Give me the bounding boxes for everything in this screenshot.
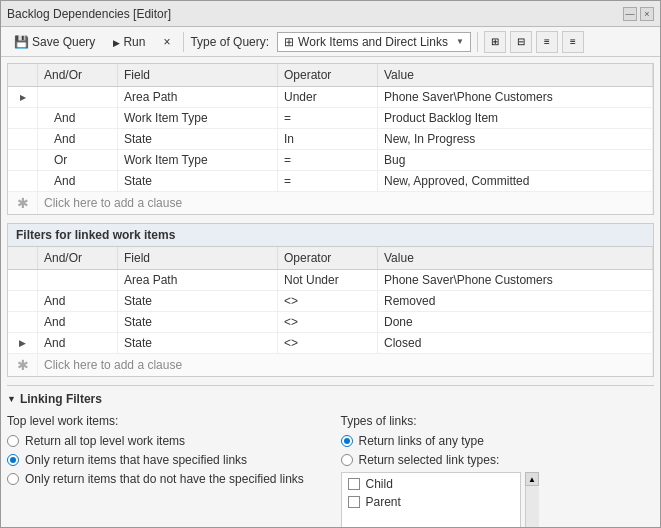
filters-grid-header: And/Or Field Operator Value — [8, 247, 653, 270]
row-value: Product Backlog Item — [378, 108, 653, 128]
link-type-label-2: Return selected link types: — [359, 453, 500, 467]
run-icon — [113, 35, 120, 49]
run-button[interactable]: Run — [106, 32, 152, 52]
row-value: Done — [378, 312, 653, 332]
scroll-up-button[interactable]: ▲ — [525, 472, 539, 486]
col-operator: Operator — [278, 247, 378, 269]
row-value: New, Approved, Committed — [378, 171, 653, 191]
radio-circle-1[interactable] — [7, 435, 19, 447]
row-value: New, In Progress — [378, 129, 653, 149]
filters-add-clause-label[interactable]: Click here to add a clause — [38, 354, 653, 376]
row-operator: In — [278, 129, 378, 149]
close-button[interactable]: × — [640, 7, 654, 21]
col-andor: And/Or — [38, 247, 118, 269]
row-value: Phone Saver\Phone Customers — [378, 87, 653, 107]
row-field: State — [118, 333, 278, 353]
col-field: Field — [118, 247, 278, 269]
row-andor: And — [38, 312, 118, 332]
top-query-grid: And/Or Field Operator Value ▶ Area Path … — [7, 63, 654, 215]
row-value: Closed — [378, 333, 653, 353]
add-clause-label[interactable]: Click here to add a clause — [38, 192, 653, 214]
row-icon: ▶ — [8, 87, 38, 107]
col-value: Value — [378, 247, 653, 269]
link-type-radio-circle-2[interactable] — [341, 454, 353, 466]
row-operator: = — [278, 108, 378, 128]
row-operator: <> — [278, 291, 378, 311]
table-row[interactable]: And State <> Removed — [8, 291, 653, 312]
radio-circle-3[interactable] — [7, 473, 19, 485]
list-item[interactable]: Parent — [344, 493, 518, 511]
table-row[interactable]: Area Path Not Under Phone Saver\Phone Cu… — [8, 270, 653, 291]
save-query-button[interactable]: 💾 Save Query — [7, 32, 102, 52]
top-level-col: Top level work items: Return all top lev… — [7, 414, 321, 527]
row-field: State — [118, 129, 278, 149]
row-icon — [8, 108, 38, 128]
collapse-icon[interactable]: ▼ — [7, 394, 16, 404]
linking-title-text: Linking Filters — [20, 392, 102, 406]
col-field: Field — [118, 64, 278, 86]
row-value: Bug — [378, 150, 653, 170]
col-icon — [8, 247, 38, 269]
table-row[interactable]: And State In New, In Progress — [8, 129, 653, 150]
row-andor: Or — [38, 150, 118, 170]
list-item[interactable]: Child — [344, 475, 518, 493]
radio-item-2[interactable]: Only return items that have specified li… — [7, 453, 321, 467]
table-row[interactable]: ▶ And State <> Closed — [8, 333, 653, 354]
radio-label-3: Only return items that do not have the s… — [25, 472, 304, 486]
radio-item-3[interactable]: Only return items that do not have the s… — [7, 472, 321, 486]
row-value: Phone Saver\Phone Customers — [378, 270, 653, 290]
add-clause-star: ✱ — [8, 354, 38, 376]
row-andor: And — [38, 129, 118, 149]
separator-1 — [183, 32, 184, 52]
table-row[interactable]: ▶ Area Path Under Phone Saver\Phone Cust… — [8, 87, 653, 108]
link-type-radio-1[interactable]: Return links of any type — [341, 434, 655, 448]
row-icon — [8, 312, 38, 332]
radio-circle-2[interactable] — [7, 454, 19, 466]
row-andor: And — [38, 333, 118, 353]
toolbar-icon-2[interactable]: ⊟ — [510, 31, 532, 53]
row-operator: <> — [278, 333, 378, 353]
row-icon — [8, 270, 38, 290]
child-label: Child — [366, 477, 393, 491]
icon1: ⊞ — [491, 36, 499, 47]
run-label: Run — [123, 35, 145, 49]
dropdown-arrow-icon: ▼ — [456, 37, 464, 46]
parent-checkbox[interactable] — [348, 496, 360, 508]
save-label: Save Query — [32, 35, 95, 49]
radio-item-1[interactable]: Return all top level work items — [7, 434, 321, 448]
col-icon — [8, 64, 38, 86]
restore-button[interactable]: — — [623, 7, 637, 21]
radio-label-1: Return all top level work items — [25, 434, 185, 448]
toolbar-icon-3[interactable]: ≡ — [536, 31, 558, 53]
toolbar-icon-1[interactable]: ⊞ — [484, 31, 506, 53]
table-row[interactable]: And State <> Done — [8, 312, 653, 333]
row-operator: Not Under — [278, 270, 378, 290]
query-type-dropdown[interactable]: ⊞ Work Items and Direct Links ▼ — [277, 32, 471, 52]
toolbar-icon-4[interactable]: ≡ — [562, 31, 584, 53]
link-types-listbox[interactable]: Child Parent — [341, 472, 521, 527]
icon2: ⊟ — [517, 36, 525, 47]
query-type-icon: ⊞ — [284, 35, 294, 49]
toolbar: 💾 Save Query Run × Type of Query: ⊞ Work… — [1, 27, 660, 57]
row-icon: ▶ — [8, 333, 38, 353]
save-icon: 💾 — [14, 35, 29, 49]
child-checkbox[interactable] — [348, 478, 360, 490]
query-type-value: Work Items and Direct Links — [298, 35, 448, 49]
table-row[interactable]: Or Work Item Type = Bug — [8, 150, 653, 171]
cancel-label: × — [163, 35, 170, 49]
table-row[interactable]: And State = New, Approved, Committed — [8, 171, 653, 192]
link-type-radio-circle-1[interactable] — [341, 435, 353, 447]
add-clause-star: ✱ — [8, 192, 38, 214]
linking-title: ▼ Linking Filters — [7, 392, 654, 406]
row-andor — [38, 270, 118, 290]
row-andor: And — [38, 171, 118, 191]
add-clause-row[interactable]: ✱ Click here to add a clause — [8, 192, 653, 214]
parent-label: Parent — [366, 495, 401, 509]
link-type-radio-2[interactable]: Return selected link types: — [341, 453, 655, 467]
row-field: Work Item Type — [118, 108, 278, 128]
filters-add-clause-row[interactable]: ✱ Click here to add a clause — [8, 354, 653, 376]
cancel-button[interactable]: × — [156, 32, 177, 52]
link-types-box-container: Child Parent ▲ ▼ — [341, 472, 655, 527]
link-types-title: Types of links: — [341, 414, 655, 428]
table-row[interactable]: And Work Item Type = Product Backlog Ite… — [8, 108, 653, 129]
